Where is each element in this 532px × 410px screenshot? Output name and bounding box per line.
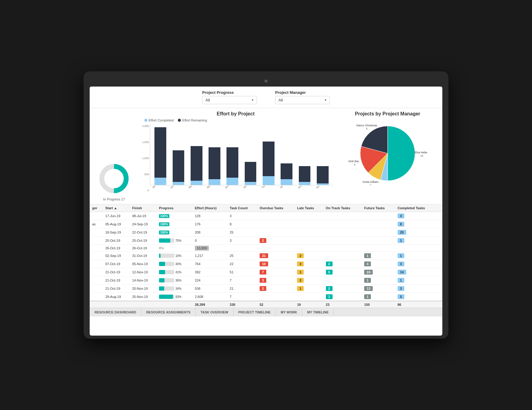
table-cell: 536: [192, 285, 227, 293]
pie-svg: Elva Hebert12Kasey Banks1Greta Gilliam2V…: [348, 118, 427, 185]
progress-percent: 36%: [175, 279, 181, 282]
bar-group: [260, 142, 277, 185]
future-badge: 1: [364, 278, 371, 283]
project-manager-value: All: [278, 98, 283, 102]
chevron-down-icon: ▾: [252, 98, 254, 102]
th-overdue[interactable]: Overdue Tasks: [257, 204, 295, 212]
table-cell: [437, 252, 442, 260]
progress-bar-bg: [159, 270, 174, 274]
on-track-cell: 1: [323, 293, 362, 301]
table-cell: 25-Oct-19: [130, 237, 157, 245]
camera-dot: [264, 80, 268, 83]
pie-value-4: 4: [354, 163, 355, 166]
table-cell: [90, 285, 103, 293]
on-track-cell: 2: [323, 260, 362, 268]
completed-badge: 3: [398, 214, 404, 218]
pie-label-kasey-banks: Kasey Banks: [375, 185, 391, 185]
table-cell: 3: [227, 237, 257, 245]
table-row: 26-Oct-1926-Oct-190%10,000: [90, 245, 442, 252]
data-table-area: ger Start ▲ Finish Progress Effort (Hour…: [90, 204, 442, 308]
late-badge: 1: [297, 270, 304, 275]
table-cell: 12-Nov-19: [130, 268, 157, 276]
table-row: 21-Oct-1920-Nov-19 34% 53621212133: [90, 285, 442, 293]
completed-cell: 1: [395, 276, 437, 285]
late-cell: 3: [295, 260, 323, 268]
progress-cell: 75%: [157, 237, 192, 245]
overdue-badge: 10: [260, 261, 268, 266]
th-finish[interactable]: Finish: [130, 204, 157, 212]
overdue-cell: [257, 293, 295, 301]
tab-resource-assignments[interactable]: RESOURCE ASSIGNMENTS: [141, 308, 196, 316]
table-cell: 08-Jul-19: [130, 212, 157, 220]
chevron-down-icon-2: ▾: [325, 98, 326, 102]
completed-cell: 1: [395, 237, 437, 245]
late-cell: [295, 237, 323, 245]
late-badge: 2: [297, 253, 304, 258]
table-cell: 29-Aug-19: [103, 293, 130, 301]
th-late[interactable]: Late Tasks: [295, 204, 323, 212]
late-cell: 2: [295, 276, 323, 285]
bar-chart-wrapper: 2,000 1,500 1,000 500 0 Vendor Onboa...D…: [138, 125, 333, 201]
th-on-track[interactable]: On Track Tasks: [323, 204, 362, 212]
on-track-badge: 1: [326, 294, 333, 299]
bar-group: [224, 147, 241, 185]
th-future[interactable]: Future Tasks: [362, 204, 395, 212]
table-cell: as: [90, 220, 103, 228]
progress-percent: 34%: [175, 287, 181, 290]
project-progress-select[interactable]: All ▾: [202, 96, 257, 104]
overdue-cell: 10: [257, 260, 295, 268]
th-progress[interactable]: Progress: [157, 204, 192, 212]
overdue-cell: 21: [257, 252, 295, 260]
tab-project-timeline[interactable]: PROJECT TIMELINE: [233, 308, 276, 316]
bar-completed: [209, 179, 220, 185]
future-cell: 4: [362, 260, 395, 268]
table-row: as05-Aug-1924-Sep-19100%17688: [90, 220, 442, 228]
table-cell: 05-Nov-19: [130, 260, 157, 268]
future-cell: [362, 220, 395, 228]
late-cell: [295, 212, 323, 220]
table-cell: [90, 268, 103, 276]
bar-remaining: [209, 147, 220, 179]
th-task-count[interactable]: Task Count: [227, 204, 257, 212]
future-badge: 13: [364, 286, 373, 291]
progress-bar-fill: [159, 270, 165, 274]
project-manager-label: Project Manager: [275, 90, 330, 95]
late-cell: [295, 220, 323, 228]
total-finish: [130, 301, 157, 308]
bar-completed: [245, 182, 257, 185]
bar-chart-legend: Effort Completed Effort Remaining: [138, 118, 333, 122]
charts-area: In Progress 17 Effort by Project Effort …: [90, 108, 442, 204]
table-cell: 3: [227, 212, 257, 220]
table-cell: [437, 237, 442, 245]
on-track-cell: [323, 228, 362, 237]
tab-task-overview[interactable]: TASK OVERVIEW: [196, 308, 233, 316]
projects-by-manager-chart: Projects by Project Manager Elva Hebert1…: [339, 111, 436, 201]
completed-cell: 3: [395, 285, 437, 293]
overdue-cell: 2: [257, 237, 295, 245]
table-cell: 26-Oct-19: [103, 245, 130, 252]
table-cell: 7: [227, 293, 257, 301]
completed-badge: 14: [398, 270, 406, 275]
progress-bar-cell: 34%: [159, 286, 190, 291]
th-completed[interactable]: Completed Tasks: [395, 204, 437, 212]
tab-my-timeline[interactable]: MY TIMELINE: [302, 308, 334, 316]
tab-my-work[interactable]: MY WORK: [276, 308, 302, 316]
total-on-track: 23: [323, 301, 362, 308]
completed-cell: 8: [395, 220, 437, 228]
tab-resource-dashboard[interactable]: RESOURCE DASHBOARD: [90, 308, 141, 316]
table-cell: 224: [192, 276, 227, 285]
th-effort[interactable]: Effort (Hours): [192, 204, 227, 212]
screen: Project Progress All ▾ Project Manager A…: [90, 87, 442, 336]
table-cell: [437, 212, 442, 220]
table-cell: 0: [192, 237, 227, 245]
pie-slice-elva-hebert: [388, 126, 415, 181]
effort-chart-title: Effort by Project: [138, 111, 333, 117]
project-manager-select[interactable]: All ▾: [275, 96, 330, 104]
total-task-count: 330: [227, 301, 257, 308]
th-start[interactable]: Start ▲: [103, 204, 130, 212]
future-cell: 1: [362, 276, 395, 285]
on-track-cell: [323, 252, 362, 260]
table-cell: [437, 285, 442, 293]
table-wrapper[interactable]: ger Start ▲ Finish Progress Effort (Hour…: [90, 204, 442, 308]
legend-remaining-dot: [178, 119, 181, 122]
